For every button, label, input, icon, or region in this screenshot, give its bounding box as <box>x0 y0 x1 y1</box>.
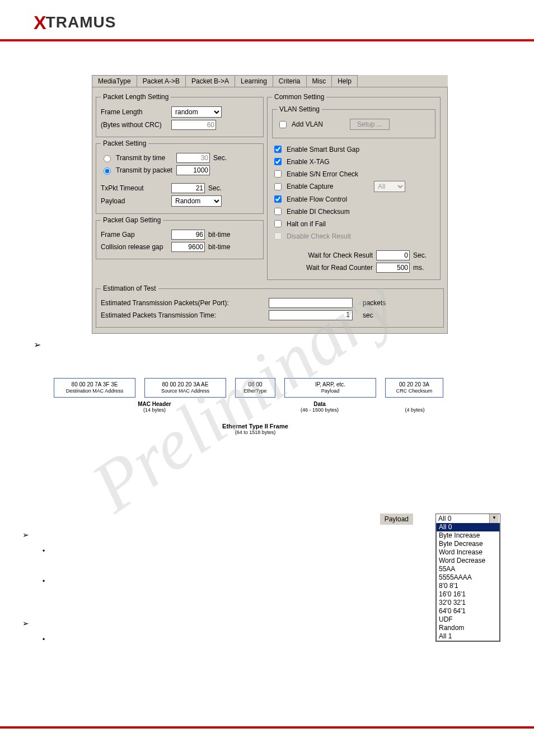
frame-length-label: Frame Length <box>101 108 168 116</box>
common-setting: Common Setting VLAN Setting Add VLAN Set… <box>267 93 441 280</box>
est-time-label: Estimated Packets Transmission Time: <box>101 311 269 319</box>
enable-di-checksum-label: Enable DI Checksum <box>287 208 350 216</box>
transmit-by-packet-label: Transmit by packet <box>116 166 173 174</box>
wait-check-value[interactable] <box>376 250 410 260</box>
payload-fig-label: Payload <box>380 514 413 525</box>
body-bullets: ➢ • • ➢ • <box>22 514 45 643</box>
txpkt-timeout-unit: Sec. <box>208 184 222 192</box>
frame-mac-header-label: MAC Header (14 bytes) <box>54 401 255 413</box>
payload-opt-0[interactable]: All 0 <box>437 523 499 531</box>
payload-opt-7[interactable]: 8'0 8'1 <box>437 582 499 590</box>
tab-strip: MediaType Packet A->B Packet B->A Learni… <box>92 75 448 87</box>
payload-fig-options[interactable]: All 0 Byte Increase Byte Decrease Word I… <box>436 523 500 641</box>
wait-check-unit: Sec. <box>413 251 427 259</box>
add-vlan-checkbox[interactable] <box>279 121 287 128</box>
tab-misc[interactable]: Misc <box>306 75 332 87</box>
setup-button[interactable]: Setup ... <box>350 119 390 130</box>
packet-setting: Packet Setting Transmit by time Sec. Tra… <box>96 139 264 214</box>
logo-text: TRAMUS <box>46 13 116 31</box>
transmit-by-time-radio[interactable] <box>104 155 111 162</box>
payload-opt-1[interactable]: Byte Increase <box>437 531 499 540</box>
payload-opt-2[interactable]: Byte Decrease <box>437 540 499 548</box>
payload-label: Payload <box>101 197 168 205</box>
tab-learning[interactable]: Learning <box>235 75 273 87</box>
enable-capture-checkbox[interactable] <box>274 183 282 190</box>
chevron-down-icon[interactable]: ▼ <box>489 514 499 523</box>
frame-bottom-label: Ethernet Type II Frame (64 to 1518 bytes… <box>54 423 457 435</box>
enable-xtag-label: Enable X-TAG <box>287 158 329 166</box>
ethernet-frame-diagram: 80 00 20 7A 3F 3E Destination MAC Addres… <box>54 378 457 435</box>
dialog: MediaType Packet A->B Packet B->A Learni… <box>92 75 448 334</box>
tab-mediatype[interactable]: MediaType <box>92 75 137 87</box>
enable-xtag-checkbox[interactable] <box>274 158 282 165</box>
payload-fig-dropdown[interactable]: All 0 ▼ All 0 Byte Increase Byte Decreas… <box>435 514 500 642</box>
payload-opt-3[interactable]: Word Increase <box>437 548 499 557</box>
pgs-legend: Packet Gap Setting <box>101 216 163 224</box>
tab-packet-ab[interactable]: Packet A->B <box>137 75 186 87</box>
est-time-unit: sec <box>363 311 373 319</box>
frame-ethertype: 08 00 EtherType <box>235 378 275 398</box>
transmit-by-time-unit: Sec. <box>213 154 227 162</box>
payload-opt-13[interactable]: All 1 <box>437 632 499 641</box>
footer-divider <box>0 726 534 756</box>
enable-sn-error-checkbox[interactable] <box>274 170 282 178</box>
estimation-of-test: Estimation of Test Estimated Transmissio… <box>96 284 444 328</box>
frame-length-select[interactable]: random <box>171 106 222 118</box>
tab-packet-ba[interactable]: Packet B->A <box>185 75 235 87</box>
packet-gap-setting: Packet Gap Setting Frame Gap bit-time Co… <box>96 216 264 259</box>
payload-opt-4[interactable]: Word Decrease <box>437 557 499 565</box>
transmit-by-time-value <box>176 153 210 163</box>
packet-length-setting: Packet Length Setting Frame Length rando… <box>96 93 264 137</box>
enable-smart-burst-checkbox[interactable] <box>274 146 282 153</box>
enable-di-checksum-checkbox[interactable] <box>274 208 282 215</box>
frame-gap-value[interactable] <box>171 230 205 240</box>
est-legend: Estimation of Test <box>101 284 158 292</box>
halt-on-fail-label: Halt on if Fail <box>287 220 326 228</box>
payload-opt-6[interactable]: 5555AAAA <box>437 573 499 582</box>
cs-legend: Common Setting <box>272 93 326 101</box>
frame-data-label: Data (46 - 1500 bytes) <box>255 401 384 413</box>
wait-read-label: Wait for Read Counter <box>272 264 373 272</box>
collision-gap-label: Collision release gap <box>101 243 168 251</box>
est-time-value: 1 <box>269 310 353 320</box>
collision-gap-value[interactable] <box>171 242 205 252</box>
halt-on-fail-checkbox[interactable] <box>274 220 282 227</box>
tab-criteria[interactable]: Criteria <box>273 75 307 87</box>
payload-opt-8[interactable]: 16'0 16'1 <box>437 590 499 599</box>
vlan-legend: VLAN Setting <box>277 105 322 113</box>
payload-opt-12[interactable]: Random <box>437 624 499 632</box>
logo-x: X <box>34 12 47 34</box>
est-packets-unit: packets <box>363 299 386 307</box>
txpkt-timeout-value[interactable] <box>171 183 205 193</box>
transmit-by-time-label: Transmit by time <box>116 154 173 162</box>
enable-flow-control-checkbox[interactable] <box>274 195 282 203</box>
frame-dest-mac: 80 00 20 7A 3F 3E Destination MAC Addres… <box>54 378 135 398</box>
tab-pane: Packet Length Setting Frame Length rando… <box>92 87 448 334</box>
transmit-by-packet-radio[interactable] <box>104 167 111 175</box>
tab-help[interactable]: Help <box>331 75 358 87</box>
wait-read-unit: ms. <box>413 264 424 272</box>
payload-select[interactable]: Random <box>171 195 222 207</box>
enable-sn-error-label: Enable S/N Error Check <box>287 170 358 178</box>
capture-select: All <box>374 181 405 192</box>
disable-check-result-label: Disable Check Result <box>287 232 351 240</box>
pls-legend: Packet Length Setting <box>101 93 171 101</box>
est-packets-value <box>269 298 353 308</box>
logo: XTRAMUS <box>34 12 116 34</box>
frame-crc: 00 20 20 3A CRC Checksum <box>385 378 443 398</box>
bytes-value <box>171 120 216 130</box>
enable-capture-label: Enable Capture <box>287 183 371 190</box>
frame-gap-label: Frame Gap <box>101 231 168 239</box>
payload-opt-11[interactable]: UDF <box>437 615 499 624</box>
frame-src-mac: 80 00 20 20 3A AE Source MAC Address <box>144 378 226 398</box>
bullet-icon: ➢ <box>34 339 500 350</box>
enable-smart-burst-label: Enable Smart Burst Gap <box>287 146 359 153</box>
vlan-setting: VLAN Setting Add VLAN Setup ... <box>272 105 435 138</box>
payload-opt-9[interactable]: 32'0 32'1 <box>437 599 499 607</box>
payload-opt-5[interactable]: 55AA <box>437 565 499 573</box>
wait-read-value[interactable] <box>376 263 410 273</box>
est-packets-label: Estimated Transmission Packets(Per Port)… <box>101 299 269 307</box>
transmit-by-packet-value[interactable] <box>176 165 210 175</box>
payload-opt-10[interactable]: 64'0 64'1 <box>437 607 499 615</box>
enable-flow-control-label: Enable Flow Control <box>287 195 347 203</box>
